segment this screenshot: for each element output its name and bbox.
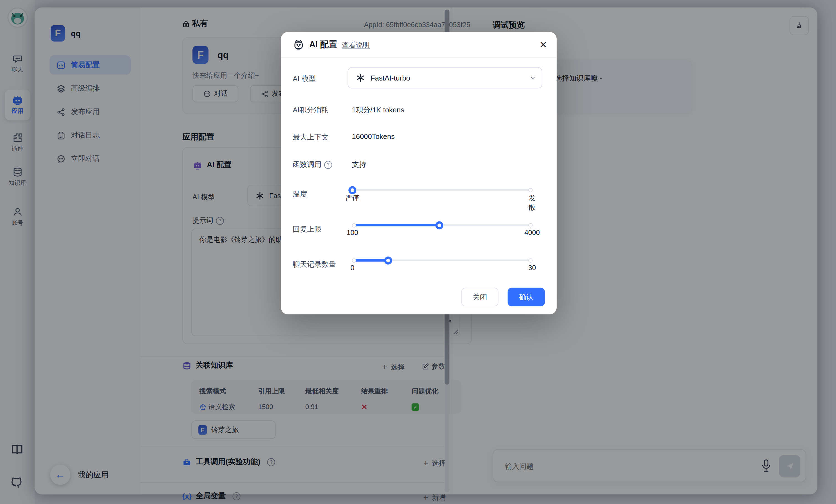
modal-info-label: 函数调用 ? (293, 160, 332, 169)
slider-min-label: 严谨 (346, 193, 359, 203)
slider-max-label: 30 (528, 264, 536, 272)
slider-max-label: 发散 (529, 193, 535, 213)
slider-min-label: 0 (350, 264, 355, 272)
modal-confirm-button[interactable]: 确认 (508, 288, 545, 306)
ai-config-modal: AI 配置 查看说明 ✕ AI 模型 FastAI-turbo AI积分消耗 1… (281, 32, 556, 314)
modal-model-select[interactable]: FastAI-turbo (347, 67, 542, 89)
max-response-slider[interactable]: 100 4000 (353, 221, 532, 229)
chat-history-slider[interactable]: 0 30 (353, 256, 532, 264)
robot-icon (293, 39, 304, 51)
modal-info-value: 支持 (352, 160, 366, 169)
modal-header: AI 配置 查看说明 (293, 39, 370, 51)
modal-header-divider (281, 57, 556, 58)
slider-thumb[interactable] (384, 256, 393, 264)
modal-model-value: FastAI-turbo (370, 74, 410, 82)
slider-min-label: 100 (347, 229, 358, 237)
function-call-label: 函数调用 (293, 160, 322, 169)
temperature-slider[interactable]: 严谨 发散 (353, 186, 532, 193)
slider-endpoint (528, 258, 532, 263)
modal-info-value: 16000Tokens (352, 133, 395, 141)
slider-endpoint (352, 223, 356, 227)
modal-title: AI 配置 (309, 39, 337, 51)
slider-label: 温度 (293, 190, 307, 199)
slider-endpoint (352, 258, 356, 263)
slider-max-label: 4000 (525, 229, 540, 237)
modal-info-label: 最大上下文 (293, 133, 329, 142)
slider-thumb[interactable] (436, 221, 443, 229)
close-icon[interactable]: ✕ (539, 39, 547, 51)
modal-info-label: AI积分消耗 (293, 105, 328, 115)
openai-icon (356, 73, 365, 83)
modal-model-label: AI 模型 (293, 74, 316, 84)
slider-thumb[interactable] (348, 186, 356, 194)
doc-link[interactable]: 查看说明 (342, 40, 370, 50)
question-circle-icon[interactable]: ? (324, 160, 332, 169)
slider-label: 回复上限 (293, 225, 322, 234)
modal-info-value: 1积分/1K tokens (352, 105, 404, 115)
slider-label: 聊天记录数量 (293, 260, 336, 270)
modal-close-button[interactable]: 关闭 (461, 288, 498, 306)
slider-endpoint (528, 223, 532, 227)
slider-endpoint (528, 188, 532, 192)
chevron-down-icon (530, 75, 535, 79)
